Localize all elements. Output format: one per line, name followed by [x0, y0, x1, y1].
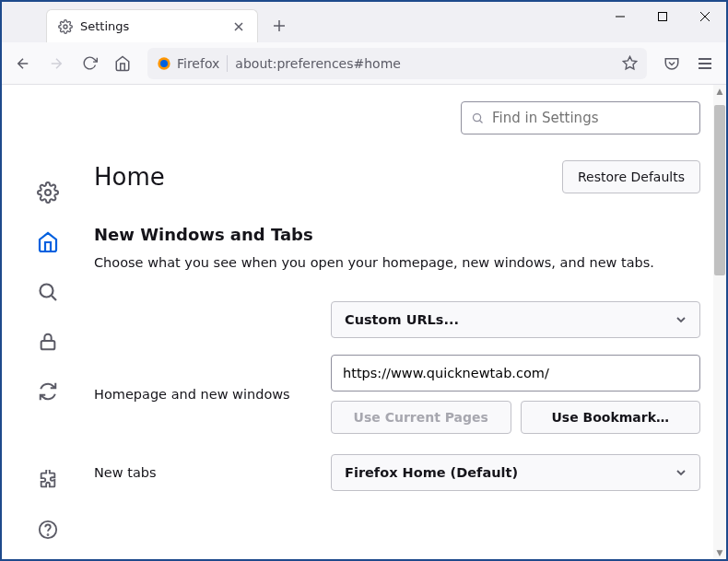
homepage-url-input[interactable]	[331, 355, 700, 392]
use-bookmark-button[interactable]: Use Bookmark…	[521, 401, 701, 434]
sidebar-item-help[interactable]	[28, 509, 68, 550]
homepage-mode-select[interactable]: Custom URLs...	[331, 301, 700, 338]
save-to-pocket-button[interactable]	[656, 48, 687, 79]
homepage-label: Homepage and new windows	[94, 387, 320, 402]
minimize-button[interactable]	[599, 2, 641, 31]
svg-point-6	[41, 285, 53, 298]
page-title: Home	[94, 163, 165, 191]
settings-main-panel: Home Restore Defaults New Windows and Ta…	[94, 85, 726, 559]
svg-point-0	[64, 25, 67, 29]
reload-button[interactable]	[74, 48, 105, 79]
svg-point-10	[474, 113, 481, 121]
separator	[227, 55, 228, 72]
tab-strip: Settings	[2, 9, 599, 42]
chevron-down-icon	[675, 467, 687, 478]
section-title: New Windows and Tabs	[94, 225, 700, 244]
sidebar-item-general[interactable]	[28, 172, 68, 213]
bookmark-star-button[interactable]	[622, 55, 638, 71]
chevron-down-icon	[675, 314, 687, 325]
select-value: Custom URLs...	[345, 312, 459, 327]
newtabs-label: New tabs	[94, 465, 320, 480]
search-icon	[471, 111, 485, 125]
settings-sidebar	[2, 85, 94, 559]
app-menu-button[interactable]	[689, 48, 721, 79]
window-controls	[599, 2, 726, 31]
url-bar[interactable]: Firefox about:preferences#home	[147, 48, 647, 79]
scroll-up-arrow[interactable]: ▲	[713, 85, 726, 98]
settings-search-box[interactable]	[461, 101, 700, 134]
section-description: Choose what you see when you open your h…	[94, 253, 700, 272]
content-area: Home Restore Defaults New Windows and Ta…	[2, 85, 726, 559]
new-tab-button[interactable]	[265, 12, 293, 40]
close-window-button[interactable]	[684, 2, 726, 31]
sidebar-item-sync[interactable]	[28, 371, 68, 412]
scrollbar-track[interactable]: ▲ ▼	[713, 85, 726, 559]
scrollbar-thumb[interactable]	[714, 105, 725, 275]
newtabs-select[interactable]: Firefox Home (Default)	[331, 454, 700, 491]
sidebar-item-extensions[interactable]	[28, 460, 68, 500]
forward-button[interactable]	[41, 48, 72, 79]
back-button[interactable]	[7, 48, 39, 79]
home-button[interactable]	[107, 48, 138, 79]
firefox-logo-icon	[157, 56, 171, 71]
identity-label: Firefox	[177, 56, 219, 71]
svg-rect-1	[659, 13, 667, 21]
tab-title: Settings	[80, 19, 224, 33]
sidebar-item-privacy[interactable]	[28, 321, 68, 362]
svg-point-5	[45, 190, 51, 195]
titlebar: Settings	[2, 2, 726, 42]
toolbar: Firefox about:preferences#home	[2, 42, 726, 85]
identity-box[interactable]: Firefox	[157, 56, 219, 71]
tab-close-button[interactable]	[231, 19, 246, 34]
sidebar-item-home[interactable]	[28, 222, 68, 263]
svg-rect-7	[41, 341, 55, 349]
svg-marker-4	[623, 56, 636, 68]
maximize-button[interactable]	[641, 2, 684, 31]
sidebar-item-search[interactable]	[28, 272, 68, 312]
select-value: Firefox Home (Default)	[345, 465, 518, 480]
settings-search-input[interactable]	[492, 110, 690, 126]
url-text: about:preferences#home	[235, 56, 615, 71]
svg-point-3	[160, 60, 168, 67]
gear-icon	[58, 19, 73, 34]
browser-tab[interactable]: Settings	[46, 9, 258, 42]
restore-defaults-button[interactable]: Restore Defaults	[562, 160, 700, 193]
use-current-pages-button[interactable]: Use Current Pages	[331, 401, 511, 434]
scroll-down-arrow[interactable]: ▼	[713, 546, 726, 559]
svg-point-9	[48, 534, 49, 535]
